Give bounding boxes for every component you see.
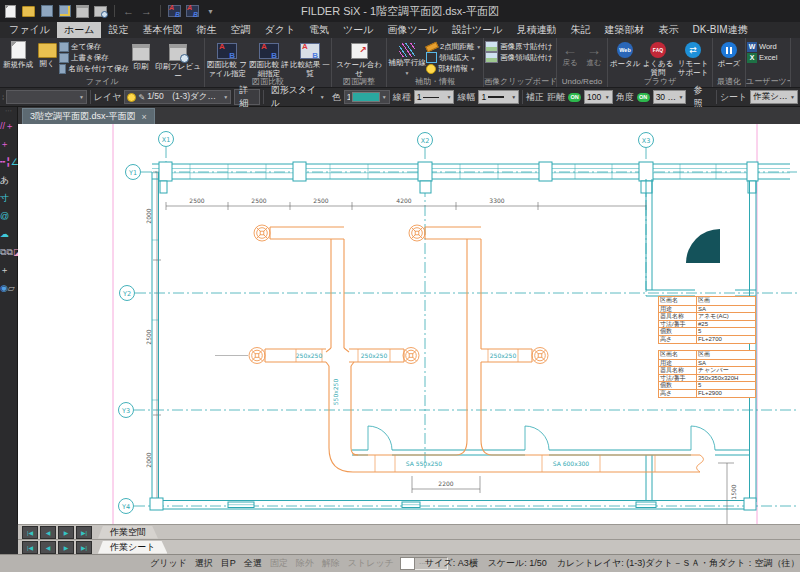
- tab-estimate[interactable]: 見積連動: [510, 22, 564, 38]
- save-button[interactable]: 上書き保存: [59, 53, 129, 62]
- distance-combo[interactable]: 100▼: [584, 90, 613, 104]
- compare-file-icon[interactable]: [168, 5, 181, 17]
- print-preview-icon[interactable]: [94, 5, 107, 17]
- tab-file[interactable]: ファイル: [2, 22, 57, 38]
- distance-toggle[interactable]: ON: [568, 93, 581, 102]
- tab-hvac[interactable]: 空調: [223, 22, 257, 38]
- prev-sheet-button[interactable]: ◀: [40, 526, 56, 539]
- release-toggle[interactable]: 解除: [322, 557, 340, 570]
- open-file-icon[interactable]: [22, 5, 35, 17]
- undo-button[interactable]: ←戻る: [558, 39, 582, 68]
- select-all-toggle[interactable]: 全選: [244, 557, 262, 570]
- save-icon[interactable]: [40, 5, 53, 17]
- print-icon[interactable]: [76, 5, 89, 17]
- tab-markup[interactable]: 朱記: [564, 22, 598, 38]
- snap-mode-toggle[interactable]: 目P: [221, 557, 236, 570]
- linewidth-combo[interactable]: 1▼: [478, 90, 519, 104]
- exclude-toggle[interactable]: 除外: [296, 557, 314, 570]
- tab-design-tools[interactable]: 設計ツール: [445, 22, 509, 38]
- compare-detail-button[interactable]: 図面比較 詳細指定: [248, 39, 290, 78]
- pause-button[interactable]: ポーズ: [714, 39, 744, 69]
- word-button[interactable]: WWord: [747, 42, 789, 51]
- next-sheet-button[interactable]: ▶: [58, 526, 74, 539]
- two-point-distance-button[interactable]: 2点間距離▼: [426, 42, 482, 51]
- first-sheet-button[interactable]: |◀: [22, 541, 38, 554]
- tool-icon[interactable]: ＋: [0, 139, 9, 149]
- color-combo[interactable]: 1▼: [344, 90, 390, 104]
- select-mode-toggle[interactable]: 選択: [195, 557, 213, 570]
- linetype-combo[interactable]: 1▼: [414, 90, 455, 104]
- stretch-toggle[interactable]: ストレッチ: [348, 557, 394, 570]
- part-info-button[interactable]: 部材情報▼: [426, 64, 482, 73]
- tab-view[interactable]: 表示: [652, 22, 686, 38]
- tab-sanitary[interactable]: 衛生: [189, 22, 223, 38]
- prev-sheet-button[interactable]: ◀: [40, 541, 56, 554]
- svg-text:Y2: Y2: [122, 290, 131, 298]
- new-file-icon[interactable]: [4, 5, 17, 17]
- open-button[interactable]: 開く: [35, 39, 59, 69]
- angle-combo[interactable]: 30 45▼: [653, 90, 687, 104]
- compare-file-button[interactable]: 図面比較 ファイル指定: [206, 39, 248, 78]
- print-button[interactable]: 印刷: [129, 39, 153, 72]
- excel-button[interactable]: XExcel: [747, 53, 789, 62]
- tab-duct[interactable]: ダクト: [257, 22, 302, 38]
- tab-basic-draw[interactable]: 基本作図: [135, 22, 189, 38]
- portal-button[interactable]: Webポータル: [609, 39, 641, 69]
- next-sheet-button[interactable]: ▶: [58, 541, 74, 554]
- print-preview-button[interactable]: 印刷プレビュー: [153, 39, 203, 80]
- tool-icon[interactable]: ＋: [0, 265, 9, 275]
- area-zoom-button[interactable]: 領域拡大▼: [426, 53, 482, 62]
- paste-image-region-button[interactable]: 画像領域貼付け: [485, 53, 555, 62]
- document-tab[interactable]: 3階空調平面図.dsx-平面図 ×: [22, 108, 155, 124]
- new-file-button[interactable]: 新規作成: [1, 39, 35, 70]
- workspace-tab[interactable]: 作業空間: [98, 526, 158, 539]
- last-sheet-button[interactable]: ▶|: [76, 526, 92, 539]
- tool-icon[interactable]: @: [0, 211, 9, 221]
- toolbar-grip[interactable]: ⁞: [2, 93, 3, 102]
- faq-button[interactable]: FAQよくある質問: [641, 39, 675, 77]
- tab-electric[interactable]: 電気: [302, 22, 336, 38]
- tool-icon[interactable]: ＋: [5, 121, 14, 131]
- tab-home[interactable]: ホーム: [57, 22, 101, 38]
- tab-tools[interactable]: ツール: [336, 22, 380, 38]
- reference-button[interactable]: 参照: [689, 90, 713, 104]
- toolbar-grip[interactable]: ⋯: [5, 107, 12, 115]
- paste-image-actual-button[interactable]: 画像原寸貼付け: [485, 42, 555, 51]
- layer-combo[interactable]: ✎1/50 (1-3)ダクト－ＳＡ・角ダ...▼: [124, 90, 231, 104]
- last-sheet-button[interactable]: ▶|: [76, 541, 92, 554]
- sheet-label: シート: [720, 91, 747, 104]
- compare-result-button[interactable]: 比較結果 一覧: [290, 39, 330, 78]
- redo-icon[interactable]: →: [140, 5, 153, 17]
- tab-image-tools[interactable]: 画像ツール: [381, 22, 445, 38]
- tool-icon[interactable]: 寸: [0, 193, 9, 203]
- remote-support-button[interactable]: ⇄リモート サポート: [675, 39, 711, 77]
- close-icon[interactable]: ×: [142, 112, 147, 122]
- lock-toggle[interactable]: 固定: [270, 557, 288, 570]
- svg-text:X1: X1: [162, 136, 171, 144]
- tab-settings[interactable]: 設定: [101, 22, 135, 38]
- first-sheet-button[interactable]: |◀: [22, 526, 38, 539]
- tool-icon[interactable]: あ: [0, 175, 9, 185]
- layer-detail-button[interactable]: 詳細: [234, 89, 260, 105]
- save-as-icon[interactable]: [58, 5, 71, 17]
- shape-style-dropdown[interactable]: 図形スタイル ▼: [267, 90, 329, 104]
- tab-building-parts[interactable]: 建築部材: [598, 22, 652, 38]
- tool-icon[interactable]: ☁: [0, 229, 9, 239]
- angle-toggle[interactable]: ON: [637, 93, 650, 102]
- undo-icon[interactable]: ←: [122, 5, 135, 17]
- tool-icon[interactable]: ◉: [0, 283, 8, 293]
- grid-mode-toggle[interactable]: グリッド: [150, 557, 187, 570]
- aux-parallel-line-button[interactable]: 補助平行線▼: [388, 39, 426, 76]
- drawing-canvas[interactable]: X1 X2 X3 Y1 Y2 Y3 Y4 2500 2500 2500 4200…: [18, 124, 800, 524]
- tool-icon[interactable]: ▱: [8, 283, 15, 293]
- save-as-button[interactable]: 名前を付けて保存: [59, 64, 129, 73]
- compare-detail-icon[interactable]: [186, 5, 199, 17]
- scale-fit-button[interactable]: スケール合わせ: [333, 39, 385, 78]
- customize-quick-access-icon[interactable]: ▼: [204, 5, 217, 17]
- redo-button[interactable]: →進む: [582, 39, 606, 68]
- quick-select-combo[interactable]: ▼: [6, 90, 87, 104]
- tab-dk-bim[interactable]: DK-BIM連携: [686, 22, 755, 38]
- save-all-button[interactable]: 全て保存: [59, 42, 129, 51]
- worksheet-tab[interactable]: 作業シート: [98, 541, 167, 554]
- sheet-combo[interactable]: 作業シート▼: [750, 90, 798, 104]
